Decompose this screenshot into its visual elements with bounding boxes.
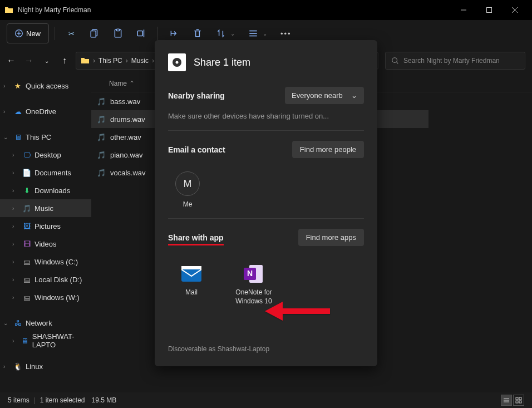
chevron-right-icon: ›	[12, 188, 19, 194]
sidebar-label: SHASHWAT-LAPTO	[32, 332, 88, 349]
search-placeholder: Search Night by Marty Friedman	[403, 57, 500, 65]
chevron-right-icon: ›	[12, 170, 19, 176]
sidebar-label: This PC	[26, 133, 51, 141]
linux-icon: 🐧	[13, 362, 22, 371]
svg-rect-11	[137, 31, 142, 36]
sidebar-item-downloads[interactable]: ›⬇Downloads	[0, 181, 91, 199]
avatar: M	[175, 171, 200, 196]
sidebar-item-desktop[interactable]: ›🖵Desktop	[0, 146, 91, 164]
toolbar-separator	[157, 27, 158, 40]
contact-me[interactable]: M Me	[168, 171, 207, 208]
audio-file-icon: 🎵	[97, 97, 106, 106]
status-item-count: 5 items	[8, 396, 29, 404]
forward-button[interactable]: →	[24, 56, 33, 65]
chevron-right-icon: ›	[12, 223, 19, 229]
chevron-down-icon: ⌄	[351, 91, 357, 100]
cut-icon: ✂	[66, 28, 76, 38]
share-app-mail[interactable]: Mail	[168, 263, 215, 306]
chevron-down-icon: ⌄	[3, 134, 10, 140]
close-button[interactable]	[502, 1, 528, 19]
sidebar-item-onedrive[interactable]: ›☁OneDrive	[0, 102, 91, 120]
minimize-button[interactable]	[451, 1, 476, 19]
sidebar-item-local-disk-d[interactable]: ›🖴Local Disk (D:)	[0, 271, 91, 288]
computer-icon: 🖥	[21, 336, 29, 345]
chevron-down-icon: ⌄	[230, 31, 235, 37]
sidebar-item-linux[interactable]: ›🐧Linux	[0, 357, 91, 375]
contact-name: Me	[183, 200, 193, 208]
share-icon	[169, 28, 179, 38]
sidebar-label: Network	[26, 319, 52, 327]
audio-file-icon: 🎵	[97, 115, 106, 124]
pictures-icon: 🖼	[22, 222, 31, 230]
share-app-onenote[interactable]: N OneNote for Windows 10	[230, 263, 277, 306]
svg-rect-1	[487, 8, 492, 13]
status-size: 19.5 MB	[92, 396, 117, 404]
paste-button[interactable]	[107, 23, 129, 43]
search-input[interactable]: Search Night by Marty Friedman	[385, 52, 525, 70]
videos-icon: 🎞	[22, 239, 31, 248]
svg-text:N: N	[247, 269, 253, 278]
rename-icon	[136, 28, 146, 38]
chevron-right-icon: ›	[12, 277, 19, 283]
drive-icon: 🖴	[22, 293, 31, 302]
breadcrumb-separator: ›	[93, 57, 95, 65]
audio-file-icon: 🎵	[97, 132, 106, 141]
sidebar-item-this-pc[interactable]: ⌄🖥This PC	[0, 128, 91, 146]
toolbar-separator	[55, 27, 55, 40]
svg-rect-22	[519, 397, 521, 400]
nearby-sharing-value: Everyone nearb	[292, 91, 343, 100]
paste-icon	[113, 28, 123, 38]
cloud-icon: ☁	[13, 107, 22, 116]
sidebar-item-pictures[interactable]: ›🖼Pictures	[0, 217, 91, 235]
sidebar-label: Downloads	[35, 186, 70, 195]
sidebar-label: Windows (W:)	[35, 293, 80, 302]
chevron-right-icon: ›	[12, 152, 19, 158]
share-with-app-label: Share with app	[168, 233, 224, 242]
music-icon: 🎵	[22, 204, 31, 213]
sidebar-item-music[interactable]: ›🎵Music	[0, 199, 91, 217]
back-button[interactable]: ←	[7, 56, 16, 65]
view-icon	[248, 28, 258, 38]
thumbnails-view-button[interactable]	[513, 395, 524, 406]
status-bar: 5 items | 1 item selected 19.5 MB	[0, 392, 532, 408]
nearby-sharing-dropdown[interactable]: Everyone nearb ⌄	[285, 87, 364, 104]
sidebar-label: Linux	[26, 362, 43, 371]
pc-icon: 🖥	[13, 132, 22, 141]
documents-icon: 📄	[22, 168, 31, 177]
find-more-people-button[interactable]: Find more people	[292, 141, 364, 158]
chevron-right-icon: ›	[12, 338, 18, 344]
up-button[interactable]: ↑	[60, 56, 69, 65]
drive-icon: 🖴	[22, 257, 31, 266]
sidebar-label: Windows (C:)	[35, 258, 78, 266]
details-view-button[interactable]	[501, 395, 512, 406]
nearby-sharing-label: Nearby sharing	[168, 91, 225, 100]
new-button[interactable]: New	[7, 23, 49, 43]
new-label: New	[26, 30, 41, 38]
status-selected-count: 1 item selected	[40, 396, 85, 404]
recent-button[interactable]: ⌄	[42, 56, 51, 65]
column-name-label: Name	[109, 80, 127, 87]
plus-icon	[15, 30, 23, 37]
find-more-apps-button[interactable]: Find more apps	[298, 229, 364, 246]
chevron-right-icon: ›	[12, 205, 19, 212]
nearby-sharing-hint: Make sure other devices have sharing tur…	[168, 112, 364, 120]
svg-point-26	[176, 61, 179, 64]
sidebar-item-network[interactable]: ⌄🖧Network	[0, 314, 91, 332]
sidebar-item-videos[interactable]: ›🎞Videos	[0, 235, 91, 253]
sidebar-item-shashwat-laptop[interactable]: ›🖥SHASHWAT-LAPTO	[0, 332, 91, 350]
audio-file-icon: 🎵	[97, 150, 106, 159]
rename-button[interactable]	[131, 23, 152, 43]
breadcrumb-part[interactable]: Music	[131, 57, 149, 65]
sidebar-label: Quick access	[26, 82, 68, 90]
sidebar-item-documents[interactable]: ›📄Documents	[0, 164, 91, 181]
maximize-button[interactable]	[476, 1, 502, 19]
breadcrumb-part[interactable]: This PC	[98, 57, 122, 65]
divider	[168, 218, 364, 219]
copy-button[interactable]	[84, 23, 105, 43]
sidebar-item-windows-w[interactable]: ›🖴Windows (W:)	[0, 288, 91, 306]
sidebar-item-quick-access[interactable]: ›★Quick access	[0, 77, 91, 95]
sidebar: ›★Quick access ›☁OneDrive ⌄🖥This PC ›🖵De…	[0, 75, 91, 392]
cut-button[interactable]: ✂	[61, 23, 82, 43]
window-title: Night by Marty Friedman	[18, 6, 451, 14]
sidebar-item-windows-c[interactable]: ›🖴Windows (C:)	[0, 253, 91, 271]
